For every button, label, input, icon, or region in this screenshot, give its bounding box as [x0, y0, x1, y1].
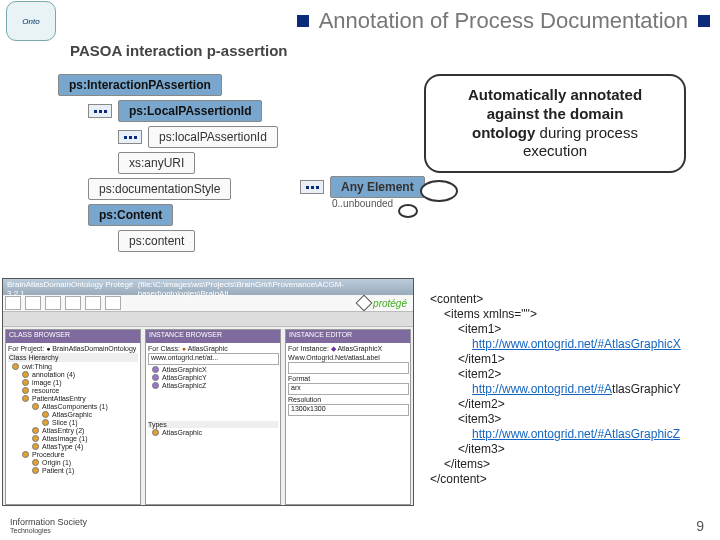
- xml-line: </items>: [430, 457, 710, 472]
- connector-icon: [118, 130, 142, 144]
- title-decor-right: [698, 15, 710, 27]
- instance-item[interactable]: AtlasGraphicY: [148, 374, 278, 382]
- tree-item[interactable]: AtlasType (4): [8, 443, 138, 451]
- instance-item[interactable]: AtlasGraphicX: [148, 366, 278, 374]
- connector-icon: [88, 104, 112, 118]
- class-tree[interactable]: owl:Thingannotation (4)image (1)resource…: [8, 363, 138, 475]
- tree-item[interactable]: Slice (1): [8, 419, 138, 427]
- callout-tail: [420, 180, 458, 202]
- xml-line: <item3>: [430, 412, 710, 427]
- tree-item[interactable]: Patient (1): [8, 467, 138, 475]
- xml-line: <items xmlns="">: [430, 307, 710, 322]
- tree-item[interactable]: AtlasImage (1): [8, 435, 138, 443]
- protege-brand: protégé: [358, 297, 407, 309]
- xml-content-block: <content> <items xmlns=""> <item1> http:…: [430, 292, 710, 487]
- schema-content-group: ps:Content: [88, 204, 173, 226]
- instance-browser-head: INSTANCE BROWSER: [146, 330, 280, 343]
- callout-line4: execution: [440, 142, 670, 161]
- tree-item[interactable]: AtlasEntry (2): [8, 427, 138, 435]
- mid-class: AtlasGraphic: [188, 345, 228, 352]
- instance-editor-pane: INSTANCE EDITOR For Instance: ◆ AtlasGra…: [285, 329, 411, 505]
- schema-root: ps:InteractionPAssertion: [58, 74, 222, 96]
- tree-item[interactable]: AtlasComponents (1): [8, 403, 138, 411]
- tree-item[interactable]: resource: [8, 387, 138, 395]
- protege-logo-icon: [356, 295, 373, 312]
- protege-title-right: (file:\C:\images\ws\Projects\BrainGrid\P…: [138, 280, 409, 294]
- callout-line3b: during process: [535, 124, 638, 141]
- xml-line: </item1>: [430, 352, 710, 367]
- protege-window: BrainAtlasDomainOntology Protégé 3.2.1 (…: [2, 278, 414, 506]
- protege-brand-text: protégé: [373, 298, 407, 309]
- callout-line1: Automatically annotated: [468, 86, 642, 103]
- schema-anyelem-box: Any Element: [330, 176, 425, 198]
- callout-line2a: against the: [487, 105, 570, 122]
- xml-line: </content>: [430, 472, 710, 487]
- xml-link[interactable]: http://www.ontogrid.net/#AtlasGraphicZ: [472, 427, 680, 441]
- header: Onto Annotation of Process Documentation: [0, 0, 720, 42]
- instance-browser-pane: INSTANCE BROWSER For Class: ● AtlasGraph…: [145, 329, 281, 505]
- toolbar-btn[interactable]: [45, 296, 61, 310]
- tree-item[interactable]: PatientAtlasEntry: [8, 395, 138, 403]
- tree-item[interactable]: image (1): [8, 379, 138, 387]
- title-decor-left: [297, 15, 309, 27]
- page-title: Annotation of Process Documentation: [319, 8, 688, 34]
- xml-line: </item2>: [430, 397, 710, 412]
- page-number: 9: [696, 518, 704, 534]
- annotation-callout: Automatically annotated against the doma…: [424, 74, 686, 173]
- protege-titlebar: BrainAtlasDomainOntology Protégé 3.2.1 (…: [3, 279, 413, 295]
- schema-localid-child: ps:localPAssertionId: [148, 126, 278, 148]
- footer-label: Information Society Technologies: [10, 517, 87, 534]
- instance-list[interactable]: AtlasGraphicXAtlasGraphicYAtlasGraphicZ: [148, 366, 278, 390]
- xml-line: </item3>: [430, 442, 710, 457]
- toolbar-btn[interactable]: [85, 296, 101, 310]
- field3-input[interactable]: 1300x1300: [288, 404, 409, 416]
- right-instance: AtlasGraphicX: [337, 345, 382, 352]
- tree-item[interactable]: Origin (1): [8, 459, 138, 467]
- callout-line3a: ontology: [472, 124, 535, 141]
- mid-url: www.ontogrid.net/at...: [148, 353, 279, 365]
- callout-line2b: domain: [570, 105, 623, 122]
- right-label: For Instance:: [288, 345, 329, 352]
- instance-editor-head: INSTANCE EDITOR: [286, 330, 410, 343]
- callout-tail: [398, 204, 418, 218]
- xml-line: <item1>: [430, 322, 710, 337]
- field2-input[interactable]: arx: [288, 383, 409, 395]
- protege-title-left: BrainAtlasDomainOntology Protégé 3.2.1: [7, 280, 138, 294]
- field1-input[interactable]: [288, 362, 409, 374]
- xml-link[interactable]: http://www.ontogrid.net/#A: [472, 382, 612, 396]
- toolbar-btn[interactable]: [105, 296, 121, 310]
- schema-docstyle: ps:documentationStyle: [88, 178, 231, 200]
- class-hierarchy-label: Class Hierarchy: [8, 353, 138, 362]
- connector-icon: [300, 180, 324, 194]
- section-subtitle: PASOA interaction p-assertion: [70, 42, 288, 59]
- toolbar-btn[interactable]: [65, 296, 81, 310]
- mid-label: For Class:: [148, 345, 180, 352]
- field3-label: Resolution: [288, 396, 408, 403]
- tree-item[interactable]: Procedure: [8, 451, 138, 459]
- xml-line: <item2>: [430, 367, 710, 382]
- type-item[interactable]: AtlasGraphic: [148, 429, 278, 437]
- tree-item[interactable]: AtlasGraphic: [8, 411, 138, 419]
- left-project: BrainAtlasDomainOntology: [52, 345, 136, 352]
- types-label: Types: [148, 421, 278, 428]
- tree-item[interactable]: annotation (4): [8, 371, 138, 379]
- tree-item[interactable]: owl:Thing: [8, 363, 138, 371]
- xml-link[interactable]: http://www.ontogrid.net/#AtlasGraphicX: [472, 337, 681, 351]
- field2-label: Format: [288, 375, 408, 382]
- toolbar-btn[interactable]: [25, 296, 41, 310]
- instance-item[interactable]: AtlasGraphicZ: [148, 382, 278, 390]
- logo: Onto: [6, 1, 56, 41]
- protege-tabs: [3, 312, 413, 327]
- left-label: For Project:: [8, 345, 44, 352]
- toolbar-btn[interactable]: [5, 296, 21, 310]
- xml-line: <content>: [430, 292, 710, 307]
- class-browser-pane: CLASS BROWSER For Project: ● BrainAtlasD…: [5, 329, 141, 505]
- schema-localid: ps:LocalPAssertionId: [118, 100, 262, 122]
- class-browser-head: CLASS BROWSER: [6, 330, 140, 343]
- xml-link-tail: tlasGraphicY: [612, 382, 681, 396]
- schema-diagram: ps:InteractionPAssertion ps:LocalPAssert…: [58, 70, 418, 256]
- schema-anyuri: xs:anyURI: [118, 152, 195, 174]
- field1-label: Www.Ontogrid.Net/atlasLabel: [288, 354, 408, 361]
- schema-content: ps:content: [118, 230, 195, 252]
